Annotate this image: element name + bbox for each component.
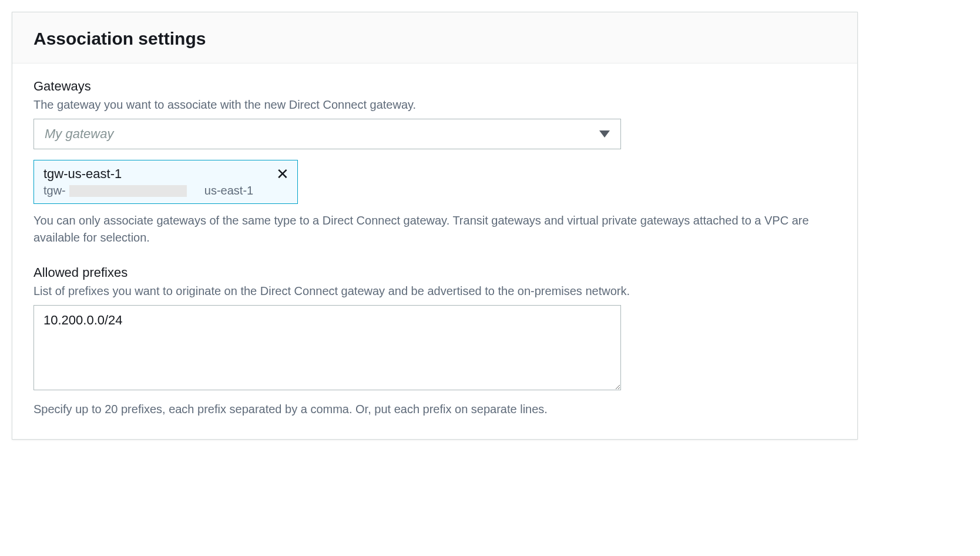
prefixes-field: Allowed prefixes List of prefixes you wa… [33,265,836,418]
gateways-field: Gateways The gateway you want to associa… [33,79,836,246]
gateways-description: The gateway you want to associate with t… [33,96,836,113]
gateways-help-text: You can only associate gateways of the s… [33,212,833,246]
redacted-id [69,185,187,197]
prefixes-label: Allowed prefixes [33,265,836,280]
panel-header: Association settings [12,12,857,63]
selected-gateway-chip: tgw-us-east-1 tgw- us-east-1 ✕ [33,160,298,204]
panel-body: Gateways The gateway you want to associa… [12,63,857,439]
gateway-select[interactable]: My gateway [33,119,621,149]
selected-gateway-id-prefix: tgw- [43,184,66,197]
prefixes-textarea[interactable] [33,305,621,390]
chevron-down-icon [599,130,610,138]
association-settings-panel: Association settings Gateways The gatewa… [12,12,858,440]
prefixes-description: List of prefixes you want to originate o… [33,283,836,299]
panel-title: Association settings [33,29,836,49]
selected-gateway-name: tgw-us-east-1 [43,166,288,182]
gateways-label: Gateways [33,79,836,94]
prefixes-help-text: Specify up to 20 prefixes, each prefix s… [33,401,833,418]
gateway-select-placeholder: My gateway [45,126,113,142]
close-icon[interactable]: ✕ [276,166,289,182]
selected-gateway-details: tgw- us-east-1 [43,184,288,197]
selected-gateway-region: us-east-1 [204,184,253,197]
